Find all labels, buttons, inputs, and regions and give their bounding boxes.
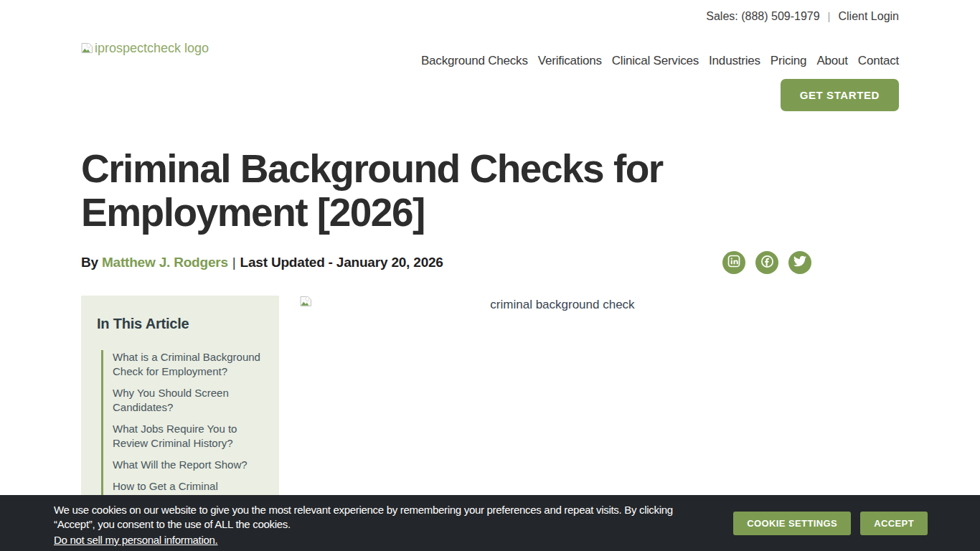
sales-phone: Sales: (888) 509-1979 (706, 10, 819, 23)
cookie-buttons: COOKIE SETTINGS ACCEPT (733, 512, 928, 535)
cookie-accept-button[interactable]: ACCEPT (860, 512, 928, 535)
nav-item-industries[interactable]: Industries (709, 54, 760, 68)
site-header: iprospectcheck logo Background Checks Ve… (0, 32, 980, 111)
cookie-settings-button[interactable]: COOKIE SETTINGS (733, 512, 851, 535)
twitter-share-button[interactable] (788, 251, 811, 274)
toc-item: How to Get a Criminal (113, 479, 265, 494)
toc-title: In This Article (97, 316, 265, 332)
page-title: Criminal Background Checks for Employmen… (81, 147, 806, 234)
header-right: Background Checks Verifications Clinical… (421, 32, 899, 111)
nav-item-contact[interactable]: Contact (858, 54, 899, 68)
byline: By Matthew J. Rodgers|Last Updated - Jan… (81, 255, 443, 270)
linkedin-share-button[interactable] (722, 251, 745, 274)
author-link[interactable]: Matthew J. Rodgers (102, 255, 228, 270)
byline-updated: Last Updated - January 20, 2026 (240, 255, 443, 270)
byline-row: By Matthew J. Rodgers|Last Updated - Jan… (81, 251, 899, 274)
toc-item: What Jobs Require You to Review Criminal… (113, 422, 265, 451)
image-alt-text: criminal background check (300, 296, 825, 312)
facebook-share-button[interactable] (755, 251, 778, 274)
get-started-button[interactable]: GET STARTED (781, 79, 899, 111)
nav-item-clinical-services[interactable]: Clinical Services (612, 54, 699, 68)
toc-item: What is a Criminal Background Check for … (113, 350, 265, 379)
toc-link-how-to-get[interactable]: How to Get a Criminal (113, 479, 265, 494)
cookie-banner: We use cookies on our website to give yo… (0, 495, 980, 551)
toc-item: What Will the Report Show? (113, 458, 265, 472)
broken-image-icon (300, 296, 312, 310)
facebook-icon (760, 255, 774, 271)
twitter-icon (793, 255, 806, 270)
nav-item-background-checks[interactable]: Background Checks (421, 54, 528, 68)
topbar-divider: | (828, 10, 831, 22)
logo-link[interactable]: iprospectcheck logo (81, 42, 209, 111)
nav-item-verifications[interactable]: Verifications (538, 54, 602, 68)
linkedin-icon (727, 255, 740, 270)
toc-link-what-is[interactable]: What is a Criminal Background Check for … (113, 350, 265, 379)
cookie-message: We use cookies on our website to give yo… (54, 503, 689, 531)
main-nav: Background Checks Verifications Clinical… (421, 54, 899, 68)
toc-link-what-jobs[interactable]: What Jobs Require You to Review Criminal… (113, 422, 265, 451)
logo-alt-text: iprospectcheck logo (95, 42, 209, 55)
toc-list: What is a Criminal Background Check for … (101, 350, 265, 502)
nav-item-about[interactable]: About (816, 54, 847, 68)
byline-by: By (81, 255, 102, 270)
byline-separator: | (228, 255, 240, 270)
toc-item: Why You Should Screen Candidates? (113, 386, 265, 415)
client-login-link[interactable]: Client Login (839, 10, 900, 23)
toc-link-report-show[interactable]: What Will the Report Show? (113, 458, 265, 472)
topbar: Sales: (888) 509-1979 | Client Login (0, 0, 980, 32)
toc-link-why-screen[interactable]: Why You Should Screen Candidates? (113, 386, 265, 415)
share-buttons (722, 251, 811, 274)
nav-item-pricing[interactable]: Pricing (771, 54, 807, 68)
article-head: Criminal Background Checks for Employmen… (0, 147, 980, 274)
article-image-broken: criminal background check (300, 296, 825, 312)
do-not-sell-link[interactable]: Do not sell my personal information. (54, 534, 217, 546)
broken-image-icon (81, 42, 93, 57)
